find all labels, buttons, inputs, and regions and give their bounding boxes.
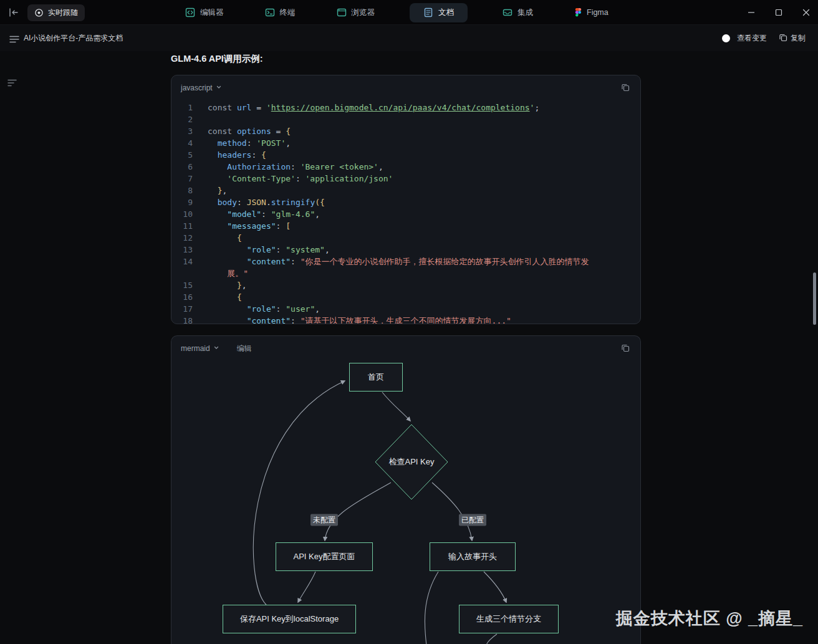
code-text: "role": "user", xyxy=(208,303,632,315)
code-line: 2 xyxy=(171,113,632,125)
code-line: 1const url = 'https://open.bigmodel.cn/a… xyxy=(171,102,632,113)
code-text: Authorization: 'Bearer <token>', xyxy=(208,161,632,173)
mermaid-panel-header: mermaid 编辑 xyxy=(171,336,640,361)
node-api-key-config-page: API Key配置页面 xyxy=(276,542,373,571)
flow-edge xyxy=(382,392,410,421)
code-text: "content": "请基于以下故事开头，生成三个不同的情节发展方向..." xyxy=(208,315,632,324)
node-input-story-opening: 输入故事开头 xyxy=(430,542,516,571)
flow-edge xyxy=(486,634,497,644)
mermaid-edit-button[interactable]: 编辑 xyxy=(237,344,252,354)
code-text: 'Content-Type': 'application/json' xyxy=(208,173,632,185)
tab-editor[interactable]: 编辑器 xyxy=(179,3,230,22)
copy-code-button[interactable] xyxy=(620,82,631,95)
code-line: 3const options = { xyxy=(171,125,632,137)
code-line: 9 body: JSON.stringify({ xyxy=(171,196,632,208)
code-line: 11 "messages": [ xyxy=(171,220,632,232)
code-text: body: JSON.stringify({ xyxy=(208,196,632,208)
integrations-icon xyxy=(503,7,512,17)
scrollbar-thumb[interactable] xyxy=(813,272,816,325)
code-line: 15 }, xyxy=(171,279,632,291)
code-text: }, xyxy=(208,279,632,291)
code-line: 展。" xyxy=(171,267,632,279)
line-number: 3 xyxy=(171,125,193,137)
figma-icon xyxy=(574,7,582,17)
copy-icon xyxy=(779,33,787,44)
copy-label: 复制 xyxy=(791,33,806,44)
line-number: 12 xyxy=(171,232,193,244)
outline-toggle-icon[interactable] xyxy=(7,79,17,89)
live-follow-button[interactable]: 实时跟随 xyxy=(27,4,85,21)
section-heading: GLM-4.6 API调用示例: xyxy=(171,53,263,65)
topbar-tabs: 编辑器终端浏览器文档集成Figma xyxy=(179,0,615,25)
code-line: 14 "content": "你是一个专业的小说创作助手，擅长根据给定的故事开头… xyxy=(171,256,632,267)
copy-mermaid-button[interactable] xyxy=(620,342,631,355)
line-number: 2 xyxy=(171,113,193,125)
code-text: "role": "system", xyxy=(208,244,632,256)
code-text: headers: { xyxy=(208,149,632,161)
line-number: 8 xyxy=(171,185,193,196)
node-check-api-key: 检查API Key xyxy=(375,424,448,500)
maximize-button[interactable] xyxy=(773,7,784,18)
node-generate-three-branches: 生成三个情节分支 xyxy=(459,605,559,633)
doc-toolbar-right: 查看变更 复制 xyxy=(722,25,806,51)
line-number: 11 xyxy=(171,220,193,232)
window-controls xyxy=(746,0,812,25)
mermaid-language-label: mermaid xyxy=(181,344,210,353)
line-number: 1 xyxy=(171,102,193,113)
view-changes-toggle[interactable] xyxy=(722,34,730,42)
code-line: 18 "content": "请基于以下故事开头，生成三个不同的情节发展方向..… xyxy=(171,315,632,324)
minimize-button[interactable] xyxy=(746,7,757,18)
flow-edge xyxy=(425,572,438,644)
code-line: 8 }, xyxy=(171,185,632,196)
flow-edge xyxy=(298,572,315,602)
code-text: { xyxy=(208,291,632,303)
line-number: 7 xyxy=(171,173,193,185)
line-number: 18 xyxy=(171,315,193,324)
tab-label: 编辑器 xyxy=(200,7,224,18)
code-text: "content": "你是一个专业的小说创作助手，擅长根据给定的故事开头创作引… xyxy=(208,256,632,267)
collapse-left-icon[interactable] xyxy=(7,7,20,18)
live-follow-icon xyxy=(34,8,44,17)
mermaid-language-select[interactable]: mermaid xyxy=(181,344,219,353)
flowchart: 首页检查API KeyAPI Key配置页面输入故事开头保存API Key到lo… xyxy=(171,336,640,644)
code-line: 17 "role": "user", xyxy=(171,303,632,315)
code-text xyxy=(208,113,632,125)
code-line: 6 Authorization: 'Bearer <token>', xyxy=(171,161,632,173)
line-number: 10 xyxy=(171,208,193,220)
close-button[interactable] xyxy=(801,7,812,18)
editor-icon xyxy=(185,7,195,17)
code-language-label: javascript xyxy=(181,84,213,92)
line-number: 16 xyxy=(171,291,193,303)
code-block-panel: javascript 1const url = 'https://open.bi… xyxy=(171,75,641,324)
tab-label: 浏览器 xyxy=(352,7,375,18)
code-lines: 1const url = 'https://open.bigmodel.cn/a… xyxy=(171,100,640,324)
code-line: 5 headers: { xyxy=(171,149,632,161)
node-label: 检查API Key xyxy=(375,424,448,500)
line-number: 6 xyxy=(171,161,193,173)
topbar: 实时跟随 编辑器终端浏览器文档集成Figma xyxy=(0,0,818,25)
code-text: const url = 'https://open.bigmodel.cn/ap… xyxy=(208,102,632,113)
code-language-select[interactable]: javascript xyxy=(181,84,222,92)
line-number: 4 xyxy=(171,137,193,149)
line-number: 14 xyxy=(171,256,193,267)
doc-list-icon[interactable] xyxy=(8,34,21,45)
tab-terminal[interactable]: 终端 xyxy=(259,3,302,22)
tab-browser[interactable]: 浏览器 xyxy=(330,3,382,22)
browser-icon xyxy=(337,7,347,17)
view-changes-label[interactable]: 查看变更 xyxy=(737,33,767,44)
tab-label: Figma xyxy=(587,8,609,17)
code-text: const options = { xyxy=(208,125,632,137)
code-line: 12 { xyxy=(171,232,632,244)
copy-document-button[interactable]: 复制 xyxy=(779,33,806,44)
code-line: 16 { xyxy=(171,291,632,303)
line-number: 17 xyxy=(171,303,193,315)
chevron-down-icon xyxy=(213,344,219,353)
tab-label: 集成 xyxy=(517,7,533,18)
edge-label: 已配置 xyxy=(459,514,486,526)
code-text: "messages": [ xyxy=(208,220,632,232)
tab-integrations[interactable]: 集成 xyxy=(496,3,539,22)
tab-docs[interactable]: 文档 xyxy=(410,3,468,22)
code-text: method: 'POST', xyxy=(208,137,632,149)
watermark: 掘金技术社区 @ _摘星_ xyxy=(616,607,803,630)
tab-figma[interactable]: Figma xyxy=(568,3,615,22)
